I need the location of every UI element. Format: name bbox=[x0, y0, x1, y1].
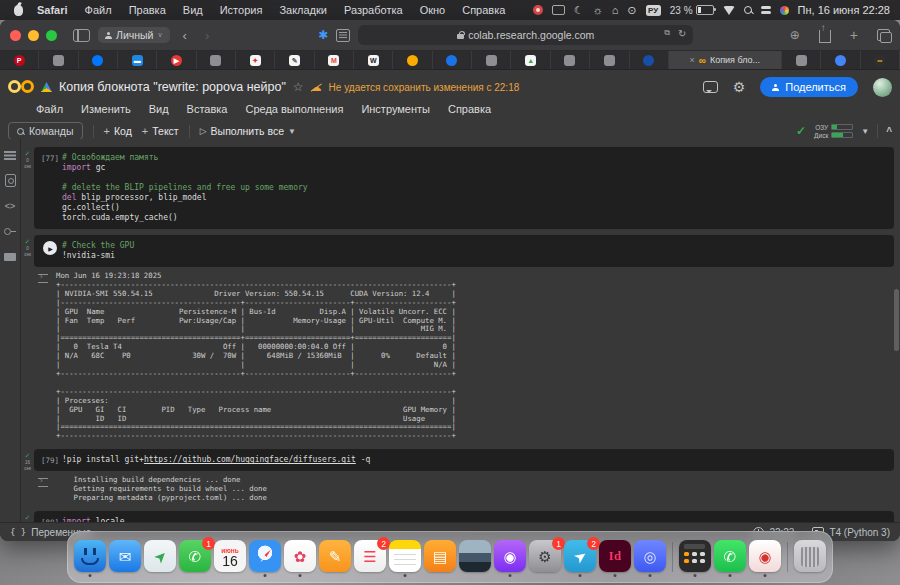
new-tab-icon[interactable]: + bbox=[850, 27, 858, 43]
dock-mail[interactable]: ✉ bbox=[109, 540, 141, 574]
dock-calendar[interactable]: июнь16 bbox=[214, 540, 246, 574]
pinned-tab[interactable] bbox=[393, 51, 432, 69]
colab-menu-item[interactable]: Изменить bbox=[81, 103, 131, 115]
battery-indicator[interactable]: 23 % bbox=[670, 5, 714, 16]
sidebar-toggle-icon[interactable] bbox=[73, 29, 90, 42]
pinned-tab[interactable]: P bbox=[0, 51, 39, 69]
pinned-tab[interactable] bbox=[39, 51, 78, 69]
spotlight-icon[interactable] bbox=[744, 6, 752, 14]
apple-menu-icon[interactable] bbox=[14, 5, 23, 16]
secrets-icon[interactable] bbox=[4, 225, 16, 237]
menubar-item[interactable]: Файл bbox=[85, 4, 112, 16]
resource-meter[interactable]: ОЗУ Диск bbox=[814, 124, 853, 139]
dock-telegram[interactable]: ➤2 bbox=[564, 540, 596, 574]
colab-menu-item[interactable]: Вставка bbox=[187, 103, 228, 115]
menubar-item[interactable]: История bbox=[220, 4, 263, 16]
add-text-button[interactable]: + Текст bbox=[142, 125, 179, 137]
add-code-button[interactable]: + Код bbox=[104, 125, 132, 137]
pinned-tab[interactable] bbox=[551, 51, 590, 69]
pinned-tab[interactable] bbox=[472, 51, 511, 69]
pinned-tab[interactable]: ∞ bbox=[861, 51, 900, 69]
output-toggle-icon[interactable] bbox=[38, 476, 56, 503]
star-icon[interactable]: ☆ bbox=[293, 80, 304, 94]
dock-podcasts[interactable]: ◉ bbox=[494, 540, 526, 574]
pinned-tab[interactable] bbox=[590, 51, 629, 69]
colab-menu-item[interactable]: Файл bbox=[36, 103, 63, 115]
dock-camera-app[interactable]: ◉ bbox=[749, 540, 781, 574]
run-cell-button[interactable]: ▶ bbox=[38, 241, 62, 261]
pinned-tab[interactable]: ✦ bbox=[236, 51, 275, 69]
pinned-tab[interactable]: ▲ bbox=[511, 51, 550, 69]
dock-whatsapp[interactable]: ✆ bbox=[714, 540, 746, 574]
share-icon[interactable] bbox=[819, 30, 831, 43]
dock-facetime[interactable]: ✆1 bbox=[179, 540, 211, 574]
resources-dropdown-icon[interactable]: ▼ bbox=[861, 127, 869, 136]
dock-notes[interactable] bbox=[389, 540, 421, 574]
menubar-item[interactable]: Правка bbox=[129, 4, 166, 16]
dock-calculator[interactable] bbox=[679, 540, 711, 574]
colab-menu-item[interactable]: Среда выполнения bbox=[245, 103, 343, 115]
output-toggle-icon[interactable] bbox=[38, 272, 56, 441]
pinned-tab[interactable] bbox=[821, 51, 860, 69]
pinned-tab[interactable]: ▬ bbox=[118, 51, 157, 69]
code-snippets-icon[interactable]: <> bbox=[4, 200, 16, 212]
control-center-icon[interactable] bbox=[761, 6, 771, 14]
find-replace-icon[interactable] bbox=[5, 174, 16, 187]
dock-circle-app[interactable]: ◎ bbox=[634, 540, 666, 574]
record-icon[interactable]: ⊙ bbox=[627, 5, 636, 16]
dock-trash[interactable] bbox=[794, 540, 826, 574]
colab-menu-item[interactable]: Инструменты bbox=[361, 103, 430, 115]
menubar-item[interactable]: Вид bbox=[183, 4, 203, 16]
pinned-tab[interactable] bbox=[433, 51, 472, 69]
reload-icon[interactable]: ↻ bbox=[678, 28, 686, 39]
dock-finder[interactable] bbox=[74, 540, 106, 574]
dock-pages[interactable]: ✎ bbox=[319, 540, 351, 574]
menubar-item[interactable]: Окно bbox=[420, 4, 446, 16]
code-editor[interactable]: # Check the GPU!nvidia-smi bbox=[62, 241, 888, 261]
comments-icon[interactable] bbox=[703, 81, 718, 93]
pinned-tab[interactable] bbox=[630, 51, 669, 69]
back-button[interactable]: ‹ bbox=[178, 28, 192, 43]
wifi-icon[interactable] bbox=[723, 6, 735, 15]
code-cell[interactable]: [79]!pip install git+https://github.com/… bbox=[34, 449, 894, 471]
focus-moon-icon[interactable]: ☾ bbox=[574, 5, 584, 16]
dock-reminders[interactable]: ☰2 bbox=[354, 540, 386, 574]
table-of-contents-icon[interactable] bbox=[4, 149, 16, 161]
files-icon[interactable] bbox=[4, 253, 16, 261]
color-profile-icon[interactable] bbox=[780, 6, 789, 15]
notebook-title[interactable]: Копия блокнота "rewrite: popova нейро" bbox=[59, 80, 286, 94]
profile-button[interactable]: Личный ∨ bbox=[98, 27, 170, 43]
address-bar[interactable]: colab.research.google.com ⧉ ↻ bbox=[358, 25, 693, 45]
pinned-tab[interactable] bbox=[197, 51, 236, 69]
weather-icon[interactable]: ☼ bbox=[593, 5, 603, 16]
extension-snowflake-icon[interactable]: ✱ bbox=[318, 28, 328, 42]
dock-safari[interactable] bbox=[249, 540, 281, 574]
downloads-icon[interactable]: ⊕ bbox=[790, 28, 800, 42]
gear-icon[interactable]: ⚙ bbox=[733, 80, 746, 94]
input-language-badge[interactable]: РУ bbox=[646, 5, 661, 16]
commands-button[interactable]: Команды bbox=[8, 122, 83, 140]
tab-overview-icon[interactable] bbox=[877, 29, 890, 41]
pinned-tab[interactable]: ▶ bbox=[157, 51, 196, 69]
dock-indesign[interactable]: Id bbox=[599, 540, 631, 574]
close-window-button[interactable] bbox=[10, 30, 21, 41]
menubar-item[interactable]: Закладки bbox=[279, 4, 327, 16]
active-tab[interactable]: ×∞Копия бло... bbox=[669, 51, 782, 69]
save-warning-text[interactable]: Не удается сохранить изменения с 22:18 bbox=[329, 82, 520, 93]
pinned-tab[interactable] bbox=[79, 51, 118, 69]
run-all-button[interactable]: ▷ Выполнить все ▼ bbox=[200, 125, 296, 137]
pinned-tab[interactable]: W bbox=[354, 51, 393, 69]
collapse-header-icon[interactable]: ^ bbox=[886, 126, 892, 137]
menubar-item[interactable]: Разработка bbox=[344, 4, 403, 16]
stage-manager-icon[interactable] bbox=[552, 5, 565, 15]
close-tab-icon[interactable]: × bbox=[690, 55, 695, 65]
menubar-item[interactable]: Справка bbox=[462, 4, 505, 16]
dock-tv-app[interactable] bbox=[459, 540, 491, 574]
scrollbar-thumb[interactable] bbox=[894, 289, 899, 351]
pinned-tab[interactable]: ✎ bbox=[275, 51, 314, 69]
menubar-clock[interactable]: Пн, 16 июня 22:28 bbox=[798, 4, 890, 16]
zoom-window-button[interactable] bbox=[46, 30, 57, 41]
pinned-tab[interactable] bbox=[782, 51, 821, 69]
share-button[interactable]: Поделиться bbox=[760, 77, 858, 97]
dock-settings[interactable]: ⚙1 bbox=[529, 540, 561, 574]
